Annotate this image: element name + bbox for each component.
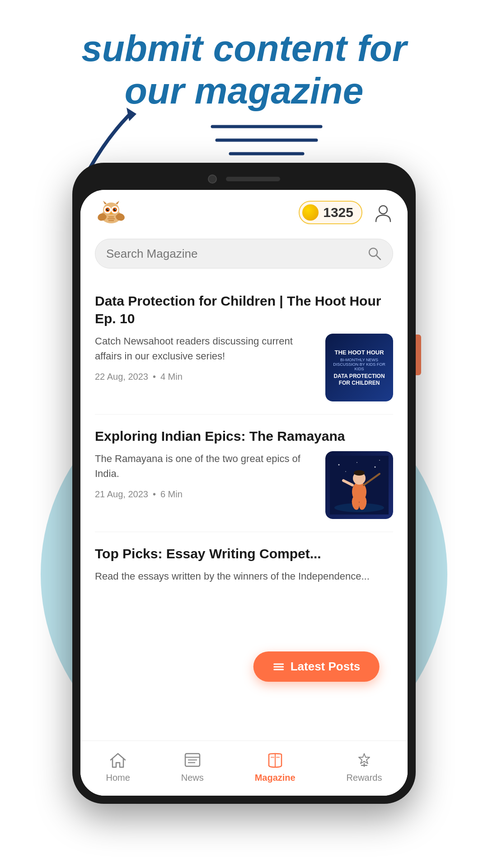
list-icon — [272, 660, 285, 673]
svg-point-27 — [357, 462, 357, 463]
article-title: Data Protection for Children | The Hoot … — [95, 292, 393, 327]
latest-posts-button[interactable]: Latest Posts — [253, 651, 380, 682]
news-icon — [183, 750, 202, 770]
article-item[interactable]: Exploring Indian Epics: The Ramayana The… — [95, 415, 393, 532]
phone-notch — [80, 171, 408, 187]
latest-posts-label: Latest Posts — [291, 660, 361, 674]
svg-marker-9 — [116, 201, 119, 204]
coins-count: 1325 — [323, 205, 353, 220]
hero-heading: submit content for our magazine — [36, 27, 452, 113]
nav-label-rewards: Rewards — [347, 773, 382, 783]
article-body: Catch Newsahoot readers discussing curre… — [95, 334, 393, 401]
nav-label-news: News — [181, 773, 204, 783]
magazine-icon — [265, 750, 285, 770]
search-bar[interactable] — [95, 239, 393, 269]
thumb-title-bottom: DATA PROTECTION FOR CHILDREN — [329, 373, 389, 386]
nav-label-home: Home — [106, 773, 130, 783]
thumb-title-top: THE HOOT HOUR — [334, 349, 384, 356]
phone-screen: 1325 — [80, 190, 408, 796]
hero-section: submit content for our magazine — [0, 0, 488, 122]
svg-point-28 — [375, 467, 376, 468]
search-section — [80, 231, 408, 279]
svg-point-14 — [106, 208, 109, 211]
article-text: Catch Newsahoot readers discussing curre… — [95, 334, 316, 382]
article-thumbnail: THE HOOT HOUR BI-MONTHLY NEWS DISCUSSION… — [325, 334, 393, 401]
thumbnail-ramayana — [325, 451, 393, 519]
article-description: Catch Newsahoot readers discussing curre… — [95, 334, 316, 363]
svg-point-16 — [108, 209, 108, 210]
screen-header: 1325 — [80, 190, 408, 231]
svg-point-34 — [354, 470, 365, 476]
search-icon — [367, 246, 382, 261]
svg-point-22 — [379, 206, 387, 214]
article-thumbnail — [325, 451, 393, 519]
coin-icon — [302, 204, 319, 221]
search-input[interactable] — [106, 247, 362, 261]
bottom-navigation: Home News — [80, 741, 408, 796]
phone-camera — [208, 175, 217, 184]
phone-frame: 1325 — [72, 163, 416, 804]
articles-list: Data Protection for Children | The Hoot … — [80, 279, 408, 796]
article-title: Exploring Indian Epics: The Ramayana — [95, 427, 393, 445]
article-separator: • — [153, 489, 156, 500]
article-description: Read the essays written by the winners o… — [95, 569, 393, 584]
article-read-time: 4 Min — [160, 372, 183, 382]
user-icon[interactable] — [373, 203, 393, 222]
article-title: Top Picks: Essay Writing Compet... — [95, 545, 393, 562]
article-date: 21 Aug, 2023 — [95, 489, 148, 500]
article-separator: • — [153, 372, 156, 382]
coins-badge: 1325 — [299, 201, 362, 224]
article-meta: 22 Aug, 2023 • 4 Min — [95, 372, 316, 382]
article-item[interactable]: Data Protection for Children | The Hoot … — [95, 279, 393, 415]
nav-item-home[interactable]: Home — [106, 750, 130, 783]
svg-point-17 — [115, 209, 116, 210]
svg-point-30 — [345, 471, 346, 472]
thumbnail-hoot-hour: THE HOOT HOUR BI-MONTHLY NEWS DISCUSSION… — [325, 334, 393, 401]
article-meta: 21 Aug, 2023 • 6 Min — [95, 489, 316, 500]
svg-point-15 — [113, 208, 116, 211]
owl-logo — [95, 201, 127, 224]
svg-point-29 — [379, 460, 380, 461]
svg-line-24 — [376, 255, 380, 259]
rewards-icon — [354, 750, 374, 770]
article-date: 22 Aug, 2023 — [95, 372, 148, 382]
article-read-time: 6 Min — [160, 489, 183, 500]
article-text: The Ramayana is one of the two great epi… — [95, 451, 316, 500]
thumb-subtitle: BI-MONTHLY NEWS DISCUSSION BY KIDS FOR K… — [329, 358, 389, 371]
svg-point-26 — [338, 464, 340, 466]
nav-item-rewards[interactable]: Rewards — [347, 750, 382, 783]
article-body: The Ramayana is one of the two great epi… — [95, 451, 393, 519]
home-icon — [108, 750, 128, 770]
nav-item-news[interactable]: News — [181, 750, 204, 783]
phone-speaker — [226, 177, 280, 181]
article-description: The Ramayana is one of the two great epi… — [95, 451, 316, 481]
svg-marker-8 — [103, 201, 107, 204]
ramayana-illustration — [330, 456, 389, 514]
article-item[interactable]: Top Picks: Essay Writing Compet... Read … — [95, 532, 393, 592]
header-right: 1325 — [299, 201, 393, 224]
phone-mockup: 1325 — [72, 163, 416, 804]
nav-item-magazine[interactable]: Magazine — [255, 750, 296, 783]
nav-label-magazine: Magazine — [255, 773, 296, 783]
